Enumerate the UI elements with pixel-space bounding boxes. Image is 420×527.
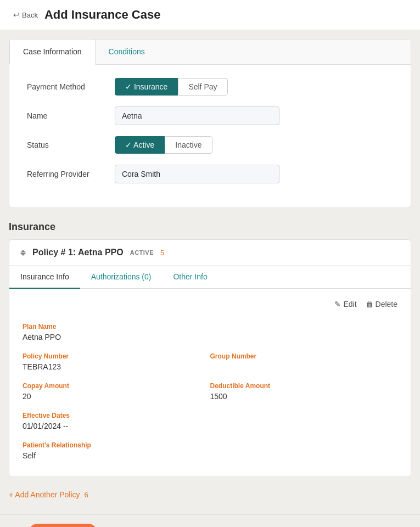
back-arrow-icon: ↩ xyxy=(13,10,20,19)
insurance-toggle[interactable]: ✓ Insurance xyxy=(115,78,178,96)
referring-provider-input[interactable] xyxy=(115,165,279,183)
tab-conditions[interactable]: Conditions xyxy=(96,40,158,65)
inner-tab-insurance-info[interactable]: Insurance Info xyxy=(9,266,80,289)
delete-icon: 🗑 xyxy=(366,300,373,309)
patient-relationship-label: Patient's Relationship xyxy=(23,441,397,449)
copay-label: Copay Amount xyxy=(23,382,210,390)
status-toggle-group: ✓ Active Inactive xyxy=(115,136,393,154)
policy-number-label: Policy Number xyxy=(23,352,210,360)
effective-dates-label: Effective Dates xyxy=(23,412,397,419)
status-label: Status xyxy=(27,141,115,149)
plan-name-item: Plan Name Aetna PPO xyxy=(23,317,210,347)
step5-annotation: 5 xyxy=(160,249,164,257)
payment-method-toggle-group: ✓ Insurance Self Pay xyxy=(115,78,393,96)
payment-method-control: ✓ Insurance Self Pay xyxy=(115,78,393,96)
name-row: Name xyxy=(27,106,393,125)
tabs-header: Case Information Conditions xyxy=(9,40,411,65)
chevron-down-icon[interactable] xyxy=(20,253,26,256)
effective-dates-item: Effective Dates 01/01/2024 -- xyxy=(23,406,397,436)
insurance-section: Insurance Policy # 1: Aetna PPO ACTIVE 5… xyxy=(9,217,411,503)
policy-card: Policy # 1: Aetna PPO ACTIVE 5 Insurance… xyxy=(9,239,411,477)
referring-provider-control xyxy=(115,165,393,183)
case-info-tab-content: Payment Method ✓ Insurance Self Pay Name… xyxy=(9,65,411,208)
referring-provider-label: Referring Provider xyxy=(27,170,115,178)
deductible-item: Deductible Amount 1500 xyxy=(210,377,398,406)
copay-item: Copay Amount 20 xyxy=(23,377,210,406)
policy-active-badge: ACTIVE xyxy=(130,249,154,256)
deductible-label: Deductible Amount xyxy=(210,382,398,390)
add-another-policy[interactable]: + Add Another Policy 6 xyxy=(9,486,411,503)
plan-name-value: Aetna PPO xyxy=(23,333,210,341)
policy-number-value: TEBRA123 xyxy=(23,362,210,371)
main-content: Case Information Conditions Payment Meth… xyxy=(0,39,420,514)
chevron-up-icon[interactable] xyxy=(20,250,26,253)
inner-tab-other-info[interactable]: Other Info xyxy=(162,266,218,289)
save-finish-button[interactable]: Save & Finish xyxy=(28,524,97,527)
policy-chevrons xyxy=(20,250,26,256)
payment-method-row: Payment Method ✓ Insurance Self Pay xyxy=(27,78,393,96)
copay-value: 20 xyxy=(23,392,210,401)
delete-button[interactable]: 🗑 Delete xyxy=(366,300,397,309)
case-tabs-card: Case Information Conditions Payment Meth… xyxy=(9,39,411,208)
inactive-toggle[interactable]: Inactive xyxy=(165,136,212,154)
detail-grid: Plan Name Aetna PPO Policy Number TEBRA1… xyxy=(23,317,397,466)
policy-number-item: Policy Number TEBRA123 xyxy=(23,347,210,377)
tab-case-information[interactable]: Case Information xyxy=(9,39,96,65)
plan-name-label: Plan Name xyxy=(23,323,210,330)
status-row: Status ✓ Active Inactive xyxy=(27,136,393,154)
page-header: ↩ Back Add Insurance Case xyxy=(0,0,420,30)
deductible-value: 1500 xyxy=(210,392,398,401)
step6-annotation: 6 xyxy=(85,491,88,499)
policy-details: ✎ Edit 🗑 Delete Plan Name Aetna PPO xyxy=(9,289,411,476)
back-label: Back xyxy=(22,11,38,19)
add-policy-label: + Add Another Policy xyxy=(9,490,80,499)
group-number-item: Group Number xyxy=(210,347,398,377)
page-title: Add Insurance Case xyxy=(44,8,161,22)
policy-actions: ✎ Edit 🗑 Delete xyxy=(23,300,397,309)
patient-relationship-item: Patient's Relationship Self xyxy=(23,436,397,466)
self-pay-toggle[interactable]: Self Pay xyxy=(178,78,227,96)
footer: 7 Save & Finish Cancel xyxy=(0,514,420,527)
insurance-section-title: Insurance xyxy=(9,217,411,239)
inner-tab-authorizations[interactable]: Authorizations (0) xyxy=(80,266,163,289)
name-label: Name xyxy=(27,111,115,120)
patient-relationship-value: Self xyxy=(23,451,397,460)
policy-title: Policy # 1: Aetna PPO xyxy=(32,248,124,257)
payment-method-label: Payment Method xyxy=(27,82,115,91)
back-link[interactable]: ↩ Back xyxy=(13,10,38,19)
name-input[interactable] xyxy=(115,106,279,125)
active-toggle[interactable]: ✓ Active xyxy=(115,136,165,154)
effective-dates-value: 01/01/2024 -- xyxy=(23,422,397,430)
policy-header: Policy # 1: Aetna PPO ACTIVE 5 xyxy=(9,240,411,266)
referring-provider-row: Referring Provider xyxy=(27,165,393,183)
inner-tabs: Insurance Info Authorizations (0) Other … xyxy=(9,266,411,289)
status-control: ✓ Active Inactive xyxy=(115,136,393,154)
edit-icon: ✎ xyxy=(334,300,341,309)
edit-button[interactable]: ✎ Edit xyxy=(334,300,356,309)
group-number-label: Group Number xyxy=(210,352,398,360)
plan-name-empty xyxy=(210,317,398,347)
name-control xyxy=(115,106,393,125)
